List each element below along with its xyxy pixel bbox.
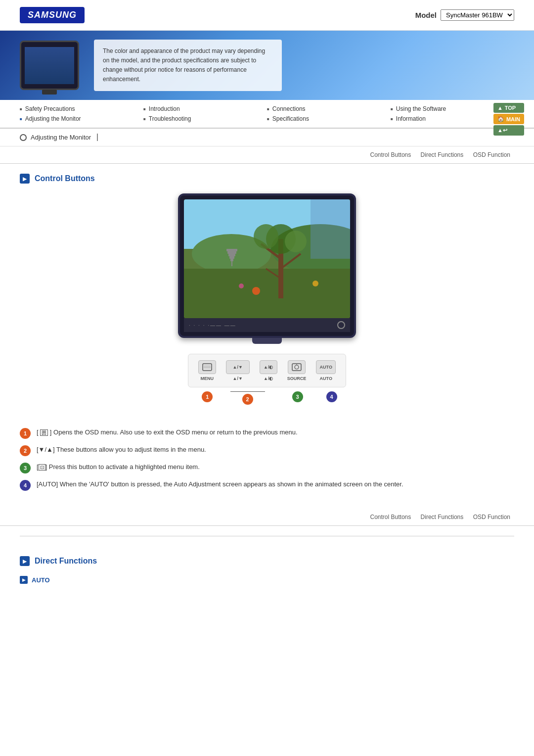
main-button-label: MAIN [506,116,520,122]
samsung-logo: SAMSUNG [20,7,85,23]
top-arrow-icon: ▲ [497,105,503,111]
bottom-tab-direct-functions[interactable]: Direct Functions [421,514,464,520]
ctrl-menu-group: MENU [198,360,216,381]
ctrl-brightness-group: ▲/◐ ▲/◐ [260,360,277,381]
svg-point-11 [285,231,307,252]
ctrl-auto-icon: AUTO [316,360,336,374]
nav-col-1: Safety Precautions Adjusting the Monitor [20,100,143,128]
direct-functions-icon: ▶ [20,556,30,566]
ctrl-menu-icon [198,360,216,374]
svg-point-18 [252,287,260,295]
power-button[interactable] [337,321,345,329]
nav-introduction[interactable]: Introduction [143,104,267,114]
ctrl-brightness-icon: ▲/◐ [260,360,277,374]
tab-control-buttons[interactable]: Control Buttons [370,151,411,158]
bottom-tab-osd-function[interactable]: OSD Function [473,514,510,520]
model-label: Model [415,11,437,19]
desc-item-3: 3 [⊡] Press this button to activate a hi… [20,459,514,476]
control-buttons-title: ▶ Control Buttons [20,174,514,184]
desc-text-3: [⊡] Press this button to activate a high… [37,462,200,472]
svg-point-27 [295,365,299,369]
back-button[interactable]: ▲↩ [493,125,524,136]
main-button[interactable]: 🏠 MAIN [493,114,524,124]
nav-safety-precautions[interactable]: Safety Precautions [20,104,143,114]
monitor-screen [184,199,350,318]
ctrl-source-icon [288,360,306,374]
direct-functions-section: ▶ Direct Functions ▶ AUTO [0,546,534,599]
monitor-stand [252,338,282,344]
svg-rect-21 [311,199,350,259]
auto-sub-title: AUTO [32,576,50,584]
svg-rect-23 [204,365,211,370]
desc-num-4: 4 [20,480,31,491]
auto-sub-section: ▶ AUTO [20,576,514,584]
nav-col-2: Introduction Troubleshooting [143,100,267,128]
svg-rect-15 [229,256,234,259]
callout-2: 2 [242,394,253,405]
desc-item-4: 4 [AUTO] When the 'AUTO' button is press… [20,476,514,494]
monitor-display: · · · · ·—— —— [20,193,514,344]
banner-notice: The color and appearance of the product … [94,40,282,92]
control-panel-diagram: MENU ▲/▼ ▲/▼ ▲/◐ ▲/◐ [20,354,514,410]
control-panel: MENU ▲/▼ ▲/▼ ▲/◐ ▲/◐ [188,354,347,387]
desc-num-2: 2 [20,445,31,456]
control-buttons-title-text: Control Buttons [35,174,95,183]
direct-functions-title: ▶ Direct Functions [20,556,514,566]
breadcrumb-icon [20,134,27,141]
ctrl-arrows-label: ▲/▼ [233,376,243,381]
desc-item-1: 1 [ 囲 ] Opens the OSD menu. Also use to … [20,425,514,442]
banner-monitor-image [20,41,79,90]
desc-text-4: [AUTO] When the 'AUTO' button is pressed… [37,479,403,489]
tab-osd-function[interactable]: OSD Function [473,151,510,158]
banner: The color and appearance of the product … [0,31,534,100]
nav-menu: Safety Precautions Adjusting the Monitor… [0,100,534,129]
nav-adjusting-monitor[interactable]: Adjusting the Monitor [20,114,143,124]
ctrl-auto-label: AUTO [320,376,332,381]
top-button-label: TOP [505,105,516,111]
desc-item-2: 2 [▼/▲] These buttons allow you to adjus… [20,442,514,459]
svg-rect-12 [226,249,237,251]
svg-rect-14 [228,254,235,256]
tab-direct-functions[interactable]: Direct Functions [421,151,464,158]
svg-rect-17 [231,261,232,266]
desc-text-2: [▼/▲] These buttons allow you to adjust … [37,445,206,455]
callout-4: 4 [326,391,337,402]
descriptions-list: 1 [ 囲 ] Opens the OSD menu. Also use to … [20,420,514,499]
svg-rect-16 [230,259,233,261]
svg-rect-4 [184,269,350,318]
ctrl-auto-group: AUTO AUTO [316,360,336,381]
svg-point-19 [312,281,318,286]
desc-num-3: 3 [20,463,31,473]
tab-links: Control Buttons Direct Functions OSD Fun… [0,146,534,164]
ctrl-arrows-group: ▲/▼ ▲/▼ [226,360,250,381]
ctrl-source-group: SOURCE [287,360,307,381]
auto-sub-icon: ▶ [20,576,28,584]
model-selector: Model SyncMaster 961BW [415,9,514,21]
callout-3: 3 [292,391,303,402]
banner-screen [25,47,74,84]
control-buttons-icon: ▶ [20,174,30,184]
callout-1: 1 [202,391,213,402]
model-dropdown[interactable]: SyncMaster 961BW [441,9,514,21]
svg-point-20 [239,284,244,288]
ctrl-brightness-label: ▲/◐ [264,376,273,381]
monitor-bottom-panel: · · · · ·—— —— [184,318,350,332]
back-icon: ▲↩ [497,127,507,134]
nav-specifications[interactable]: Specifications [267,114,391,124]
nav-connections[interactable]: Connections [267,104,391,114]
desc-num-1: 1 [20,428,31,439]
nav-troubleshooting[interactable]: Troubleshooting [143,114,267,124]
section-divider [20,536,514,536]
monitor-dots: · · · · ·—— —— [189,323,236,328]
desc-text-1: [ 囲 ] Opens the OSD menu. Also use to ex… [37,427,298,437]
nav-col-3: Connections Specifications [267,100,391,128]
direct-functions-title-text: Direct Functions [35,557,97,566]
top-button[interactable]: ▲ TOP [493,103,524,113]
ctrl-menu-label: MENU [200,376,214,381]
bottom-tab-control-buttons[interactable]: Control Buttons [370,514,411,520]
main-arrow-icon: 🏠 [497,116,504,122]
monitor-frame: · · · · ·—— —— [178,193,356,338]
ctrl-source-label: SOURCE [287,376,307,381]
breadcrumb-text: Adjusting the Monitor [31,134,98,141]
svg-rect-13 [227,251,236,254]
